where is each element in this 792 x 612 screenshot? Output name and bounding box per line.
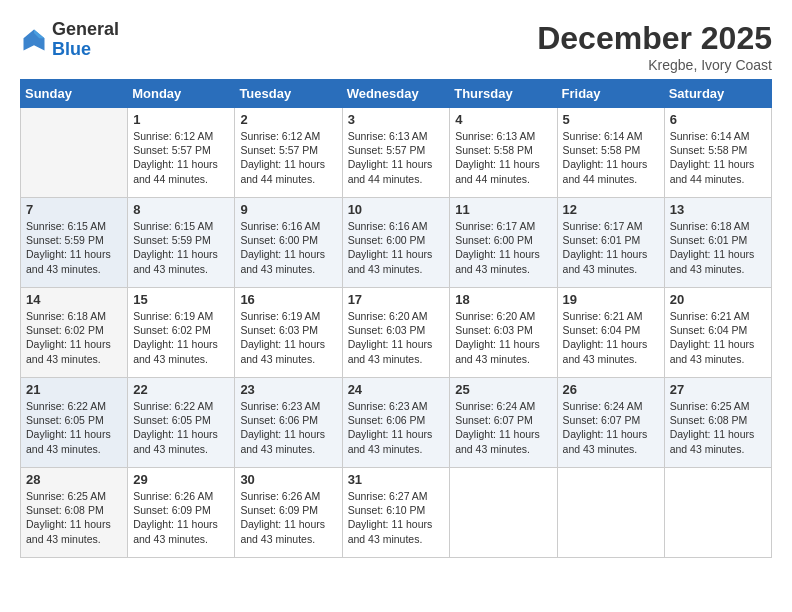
day-info: Sunrise: 6:18 AMSunset: 6:01 PMDaylight:… <box>670 219 766 276</box>
calendar-cell: 18Sunrise: 6:20 AMSunset: 6:03 PMDayligh… <box>450 288 557 378</box>
calendar-cell: 5Sunrise: 6:14 AMSunset: 5:58 PMDaylight… <box>557 108 664 198</box>
calendar-cell: 27Sunrise: 6:25 AMSunset: 6:08 PMDayligh… <box>664 378 771 468</box>
day-number: 11 <box>455 202 551 217</box>
day-number: 15 <box>133 292 229 307</box>
day-info: Sunrise: 6:13 AMSunset: 5:58 PMDaylight:… <box>455 129 551 186</box>
location: Kregbe, Ivory Coast <box>537 57 772 73</box>
calendar-cell: 25Sunrise: 6:24 AMSunset: 6:07 PMDayligh… <box>450 378 557 468</box>
calendar-cell: 20Sunrise: 6:21 AMSunset: 6:04 PMDayligh… <box>664 288 771 378</box>
day-info: Sunrise: 6:12 AMSunset: 5:57 PMDaylight:… <box>133 129 229 186</box>
day-number: 6 <box>670 112 766 127</box>
day-number: 4 <box>455 112 551 127</box>
day-info: Sunrise: 6:23 AMSunset: 6:06 PMDaylight:… <box>240 399 336 456</box>
calendar-header-row: SundayMondayTuesdayWednesdayThursdayFrid… <box>21 80 772 108</box>
month-title: December 2025 <box>537 20 772 57</box>
calendar-cell: 2Sunrise: 6:12 AMSunset: 5:57 PMDaylight… <box>235 108 342 198</box>
calendar-cell: 22Sunrise: 6:22 AMSunset: 6:05 PMDayligh… <box>128 378 235 468</box>
calendar-cell: 24Sunrise: 6:23 AMSunset: 6:06 PMDayligh… <box>342 378 450 468</box>
day-number: 8 <box>133 202 229 217</box>
day-info: Sunrise: 6:20 AMSunset: 6:03 PMDaylight:… <box>455 309 551 366</box>
day-info: Sunrise: 6:25 AMSunset: 6:08 PMDaylight:… <box>26 489 122 546</box>
day-info: Sunrise: 6:12 AMSunset: 5:57 PMDaylight:… <box>240 129 336 186</box>
day-info: Sunrise: 6:19 AMSunset: 6:03 PMDaylight:… <box>240 309 336 366</box>
day-info: Sunrise: 6:14 AMSunset: 5:58 PMDaylight:… <box>670 129 766 186</box>
calendar-cell: 11Sunrise: 6:17 AMSunset: 6:00 PMDayligh… <box>450 198 557 288</box>
day-info: Sunrise: 6:24 AMSunset: 6:07 PMDaylight:… <box>563 399 659 456</box>
day-info: Sunrise: 6:13 AMSunset: 5:57 PMDaylight:… <box>348 129 445 186</box>
day-number: 25 <box>455 382 551 397</box>
page-header: General Blue December 2025 Kregbe, Ivory… <box>20 20 772 73</box>
day-info: Sunrise: 6:22 AMSunset: 6:05 PMDaylight:… <box>133 399 229 456</box>
day-number: 21 <box>26 382 122 397</box>
day-number: 22 <box>133 382 229 397</box>
title-block: December 2025 Kregbe, Ivory Coast <box>537 20 772 73</box>
calendar-table: SundayMondayTuesdayWednesdayThursdayFrid… <box>20 79 772 558</box>
day-info: Sunrise: 6:17 AMSunset: 6:01 PMDaylight:… <box>563 219 659 276</box>
calendar-day-header: Wednesday <box>342 80 450 108</box>
calendar-day-header: Monday <box>128 80 235 108</box>
calendar-week-row: 21Sunrise: 6:22 AMSunset: 6:05 PMDayligh… <box>21 378 772 468</box>
day-number: 16 <box>240 292 336 307</box>
calendar-cell: 16Sunrise: 6:19 AMSunset: 6:03 PMDayligh… <box>235 288 342 378</box>
logo-text: General Blue <box>52 20 119 60</box>
day-number: 28 <box>26 472 122 487</box>
calendar-cell <box>557 468 664 558</box>
calendar-body: 1Sunrise: 6:12 AMSunset: 5:57 PMDaylight… <box>21 108 772 558</box>
calendar-cell: 13Sunrise: 6:18 AMSunset: 6:01 PMDayligh… <box>664 198 771 288</box>
calendar-cell: 1Sunrise: 6:12 AMSunset: 5:57 PMDaylight… <box>128 108 235 198</box>
day-info: Sunrise: 6:25 AMSunset: 6:08 PMDaylight:… <box>670 399 766 456</box>
calendar-cell: 7Sunrise: 6:15 AMSunset: 5:59 PMDaylight… <box>21 198 128 288</box>
day-info: Sunrise: 6:16 AMSunset: 6:00 PMDaylight:… <box>240 219 336 276</box>
calendar-cell: 26Sunrise: 6:24 AMSunset: 6:07 PMDayligh… <box>557 378 664 468</box>
day-number: 27 <box>670 382 766 397</box>
calendar-cell: 31Sunrise: 6:27 AMSunset: 6:10 PMDayligh… <box>342 468 450 558</box>
day-number: 12 <box>563 202 659 217</box>
day-number: 14 <box>26 292 122 307</box>
calendar-cell: 10Sunrise: 6:16 AMSunset: 6:00 PMDayligh… <box>342 198 450 288</box>
day-info: Sunrise: 6:19 AMSunset: 6:02 PMDaylight:… <box>133 309 229 366</box>
calendar-cell: 29Sunrise: 6:26 AMSunset: 6:09 PMDayligh… <box>128 468 235 558</box>
day-number: 1 <box>133 112 229 127</box>
calendar-week-row: 28Sunrise: 6:25 AMSunset: 6:08 PMDayligh… <box>21 468 772 558</box>
day-number: 10 <box>348 202 445 217</box>
calendar-cell: 19Sunrise: 6:21 AMSunset: 6:04 PMDayligh… <box>557 288 664 378</box>
calendar-day-header: Friday <box>557 80 664 108</box>
day-info: Sunrise: 6:15 AMSunset: 5:59 PMDaylight:… <box>133 219 229 276</box>
day-number: 2 <box>240 112 336 127</box>
day-info: Sunrise: 6:26 AMSunset: 6:09 PMDaylight:… <box>240 489 336 546</box>
calendar-cell <box>450 468 557 558</box>
day-number: 9 <box>240 202 336 217</box>
calendar-cell <box>21 108 128 198</box>
day-number: 29 <box>133 472 229 487</box>
calendar-week-row: 7Sunrise: 6:15 AMSunset: 5:59 PMDaylight… <box>21 198 772 288</box>
day-number: 24 <box>348 382 445 397</box>
calendar-cell: 30Sunrise: 6:26 AMSunset: 6:09 PMDayligh… <box>235 468 342 558</box>
calendar-cell: 14Sunrise: 6:18 AMSunset: 6:02 PMDayligh… <box>21 288 128 378</box>
day-number: 30 <box>240 472 336 487</box>
calendar-cell: 17Sunrise: 6:20 AMSunset: 6:03 PMDayligh… <box>342 288 450 378</box>
day-info: Sunrise: 6:21 AMSunset: 6:04 PMDaylight:… <box>670 309 766 366</box>
calendar-week-row: 1Sunrise: 6:12 AMSunset: 5:57 PMDaylight… <box>21 108 772 198</box>
calendar-cell: 23Sunrise: 6:23 AMSunset: 6:06 PMDayligh… <box>235 378 342 468</box>
day-info: Sunrise: 6:20 AMSunset: 6:03 PMDaylight:… <box>348 309 445 366</box>
day-info: Sunrise: 6:16 AMSunset: 6:00 PMDaylight:… <box>348 219 445 276</box>
calendar-cell: 4Sunrise: 6:13 AMSunset: 5:58 PMDaylight… <box>450 108 557 198</box>
logo-icon <box>20 26 48 54</box>
calendar-day-header: Tuesday <box>235 80 342 108</box>
calendar-cell: 6Sunrise: 6:14 AMSunset: 5:58 PMDaylight… <box>664 108 771 198</box>
day-number: 23 <box>240 382 336 397</box>
calendar-cell: 21Sunrise: 6:22 AMSunset: 6:05 PMDayligh… <box>21 378 128 468</box>
calendar-cell: 12Sunrise: 6:17 AMSunset: 6:01 PMDayligh… <box>557 198 664 288</box>
calendar-cell: 15Sunrise: 6:19 AMSunset: 6:02 PMDayligh… <box>128 288 235 378</box>
day-number: 31 <box>348 472 445 487</box>
logo-general: General <box>52 19 119 39</box>
day-info: Sunrise: 6:15 AMSunset: 5:59 PMDaylight:… <box>26 219 122 276</box>
day-number: 5 <box>563 112 659 127</box>
day-info: Sunrise: 6:21 AMSunset: 6:04 PMDaylight:… <box>563 309 659 366</box>
calendar-week-row: 14Sunrise: 6:18 AMSunset: 6:02 PMDayligh… <box>21 288 772 378</box>
day-number: 26 <box>563 382 659 397</box>
day-number: 20 <box>670 292 766 307</box>
day-info: Sunrise: 6:22 AMSunset: 6:05 PMDaylight:… <box>26 399 122 456</box>
calendar-cell: 28Sunrise: 6:25 AMSunset: 6:08 PMDayligh… <box>21 468 128 558</box>
calendar-day-header: Saturday <box>664 80 771 108</box>
